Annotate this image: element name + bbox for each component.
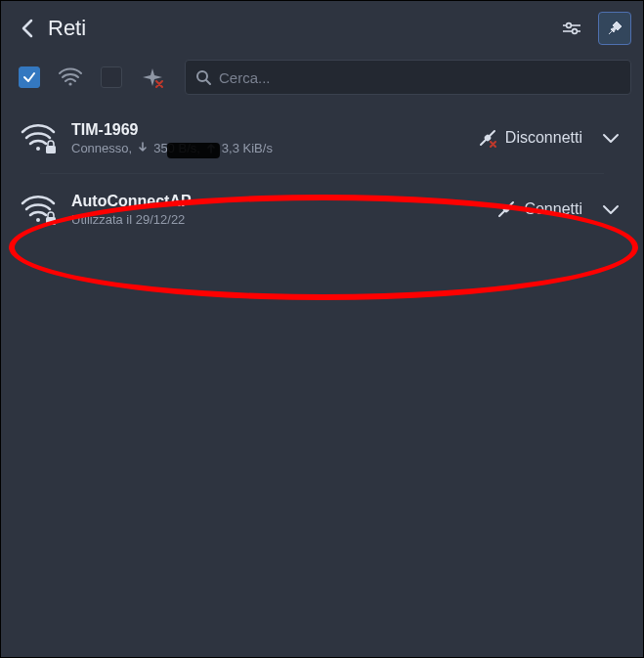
connect-label: Connetti (524, 200, 582, 218)
sliders-icon (562, 22, 581, 35)
airplane-filter-icon-wrap[interactable] (136, 63, 169, 92)
chevron-down-icon (602, 203, 620, 215)
pin-button[interactable] (598, 12, 631, 45)
search-icon (195, 69, 211, 85)
plug-connect-icon (496, 199, 516, 219)
svg-point-1 (567, 23, 572, 28)
network-status: Connesso, (71, 141, 132, 155)
disconnect-button[interactable]: Disconnetti (478, 128, 582, 148)
pin-icon (606, 20, 623, 37)
plug-disconnect-icon (478, 128, 497, 148)
wifi-secure-icon (19, 190, 58, 229)
svg-point-7 (36, 147, 40, 151)
airplane-filter-checkbox[interactable] (101, 66, 122, 88)
wifi-filter-icon-wrap[interactable] (54, 63, 87, 92)
svg-point-3 (573, 29, 578, 34)
chevron-left-icon (21, 19, 34, 38)
check-icon (22, 70, 36, 84)
network-name: TIM-1969 (71, 121, 138, 139)
search-input[interactable] (219, 69, 621, 86)
wifi-secure-icon (19, 118, 58, 157)
network-up-rate: 3,3 KiB/s (222, 141, 273, 155)
settings-sliders-button[interactable] (555, 12, 588, 45)
network-row[interactable]: AutoConnectAP Utilizzata il 29/12/22 Con… (1, 178, 643, 241)
redaction-mask (167, 143, 220, 158)
search-field-wrap[interactable] (185, 60, 631, 95)
wifi-filter-checkbox[interactable] (19, 66, 40, 88)
expand-button[interactable] (596, 195, 625, 224)
network-name: AutoConnectAP (71, 193, 192, 210)
network-row[interactable]: TIM-1969 Connesso, 350 B/s, 3,3 KiB/s Di… (1, 107, 643, 169)
wifi-icon (58, 66, 83, 88)
svg-rect-11 (46, 217, 56, 225)
network-status: Utilizzata il 29/12/22 (71, 212, 185, 227)
svg-rect-8 (46, 146, 56, 154)
download-icon (138, 142, 148, 154)
network-list: TIM-1969 Connesso, 350 B/s, 3,3 KiB/s Di… (1, 107, 643, 241)
list-divider (40, 173, 604, 174)
svg-line-6 (206, 80, 210, 84)
expand-button[interactable] (596, 123, 625, 153)
back-button[interactable] (13, 14, 42, 43)
disconnect-label: Disconnetti (505, 129, 582, 147)
wifi-filter-toggle[interactable] (13, 63, 46, 92)
svg-point-10 (36, 218, 40, 222)
svg-point-4 (68, 82, 71, 85)
airplane-filter-toggle[interactable] (95, 63, 128, 92)
airplane-off-icon (140, 66, 165, 88)
connect-button[interactable]: Connetti (496, 199, 582, 219)
page-title: Reti (48, 16, 555, 41)
chevron-down-icon (602, 132, 620, 144)
